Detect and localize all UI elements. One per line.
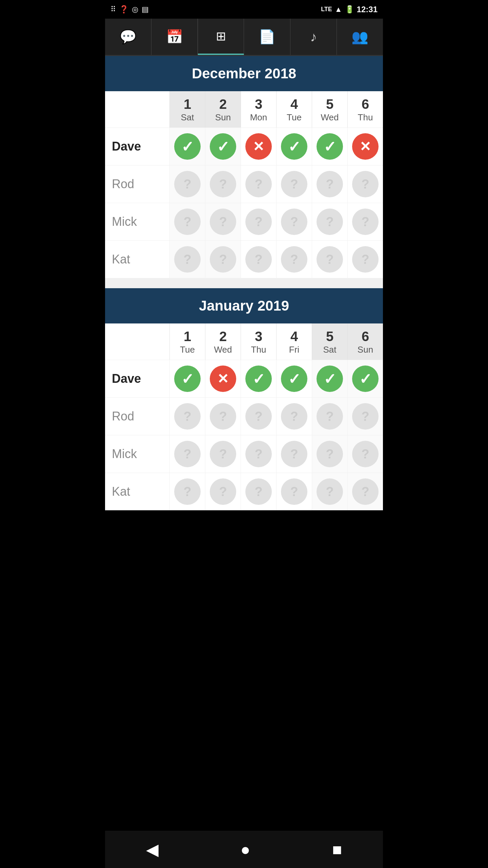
status-cell[interactable]: ? [276,241,312,278]
status-cell[interactable]: ? [241,203,276,240]
status-cell[interactable]: ✕ [347,128,383,165]
status-cell[interactable]: ? [241,398,276,435]
status-cell[interactable]: ✓ [241,360,276,397]
question-icon: ? [245,209,272,235]
status-cell[interactable]: ✓ [205,128,241,165]
check-icon: ✓ [174,366,201,392]
status-cell[interactable]: ✓ [276,128,312,165]
status-cell[interactable]: ? [169,473,205,510]
status-cell[interactable]: ? [205,473,241,510]
jan-day-3: 3 Thu [241,323,276,360]
status-cell[interactable]: ? [276,473,312,510]
status-cell[interactable]: ? [276,165,312,203]
status-cell[interactable]: ? [205,398,241,435]
status-cell[interactable]: ? [347,203,383,240]
status-cell[interactable]: ? [169,165,205,203]
dots-icon: ⠿ [110,5,116,14]
question-icon: ? [210,403,236,430]
wifi-icon: ❓ [119,5,128,14]
question-icon: ? [174,478,201,505]
question-icon: ? [174,403,201,430]
status-cell[interactable]: ? [241,473,276,510]
status-cell[interactable]: ? [312,165,347,203]
check-icon: ✓ [317,133,343,160]
status-cell[interactable]: ? [312,241,347,278]
status-cell[interactable]: ? [205,241,241,278]
person-row: Dave✓✕✓✓✓✓ [105,360,383,397]
question-icon: ? [281,246,307,273]
status-cell[interactable]: ✓ [312,128,347,165]
status-cell[interactable]: ? [169,203,205,240]
person-label: Mick [105,447,169,461]
nav-calendar[interactable]: 📅 [151,19,198,55]
status-cell[interactable]: ? [347,473,383,510]
check-icon: ✓ [281,366,307,392]
question-icon: ? [210,478,236,505]
nav-people[interactable]: 👥 [337,19,383,55]
question-icon: ? [281,478,307,505]
status-cell[interactable]: ? [205,435,241,473]
status-cell[interactable]: ? [347,398,383,435]
status-cell[interactable]: ? [276,203,312,240]
question-icon: ? [174,209,201,235]
status-cell[interactable]: ? [276,398,312,435]
status-cell[interactable]: ? [347,165,383,203]
status-cell[interactable]: ? [312,398,347,435]
january-header: January 2019 [105,288,383,323]
status-cell[interactable]: ✕ [241,128,276,165]
question-icon: ? [352,478,379,505]
person-label: Dave [105,372,169,386]
check-icon: ✓ [317,366,343,392]
question-icon: ? [174,441,201,467]
status-cell[interactable]: ? [205,203,241,240]
main-content: December 2018 1 Sat 2 Sun 3 Mon 4 Tue 5 … [105,56,383,510]
status-cell[interactable]: ? [312,435,347,473]
person-row: Rod?????? [105,397,383,435]
check-icon: ✓ [281,133,307,160]
person-row: Dave✓✓✕✓✓✕ [105,127,383,165]
status-cell[interactable]: ? [169,241,205,278]
card-icon: ▤ [142,5,149,14]
status-cell[interactable]: ? [169,435,205,473]
status-cell[interactable]: ? [312,473,347,510]
nav-notes[interactable]: 📄 [244,19,290,55]
status-cell[interactable]: ? [169,398,205,435]
status-left-icons: ⠿ ❓ ◎ ▤ [110,5,149,14]
status-bar: ⠿ ❓ ◎ ▤ LTE ▲ 🔋 12:31 [105,0,383,19]
january-person-rows: Dave✓✕✓✓✓✓Rod??????Mick??????Kat?????? [105,360,383,510]
check-icon: ✓ [210,133,236,160]
nav-grid[interactable]: ⊞ [198,19,244,55]
question-icon: ? [245,171,272,197]
question-icon: ? [245,246,272,273]
status-cell[interactable]: ✓ [169,360,205,397]
status-cell[interactable]: ? [276,435,312,473]
dec-day-4: 4 Tue [276,91,312,127]
status-cell[interactable]: ✓ [312,360,347,397]
person-row: Kat?????? [105,240,383,278]
person-col-header [105,91,169,127]
december-header: December 2018 [105,56,383,91]
question-icon: ? [245,403,272,430]
person-row: Rod?????? [105,165,383,203]
status-cell[interactable]: ? [312,203,347,240]
section-gap [105,278,383,288]
nav-chat[interactable]: 💬 [105,19,151,55]
check-icon: ✓ [174,133,201,160]
status-right-icons: LTE ▲ 🔋 12:31 [321,5,378,14]
status-cell[interactable]: ✓ [169,128,205,165]
status-cell[interactable]: ? [241,165,276,203]
status-cell[interactable]: ✓ [276,360,312,397]
status-cell[interactable]: ✓ [347,360,383,397]
nav-music[interactable]: ♪ [290,19,337,55]
status-cell[interactable]: ? [241,241,276,278]
check-icon: ✓ [352,366,379,392]
jan-person-col-header [105,323,169,360]
status-cell[interactable]: ? [241,435,276,473]
status-cell[interactable]: ✕ [205,360,241,397]
status-cell[interactable]: ? [347,241,383,278]
status-cell[interactable]: ? [205,165,241,203]
music-icon: ♪ [310,29,317,44]
status-cell[interactable]: ? [347,435,383,473]
question-icon: ? [281,171,307,197]
question-icon: ? [210,441,236,467]
